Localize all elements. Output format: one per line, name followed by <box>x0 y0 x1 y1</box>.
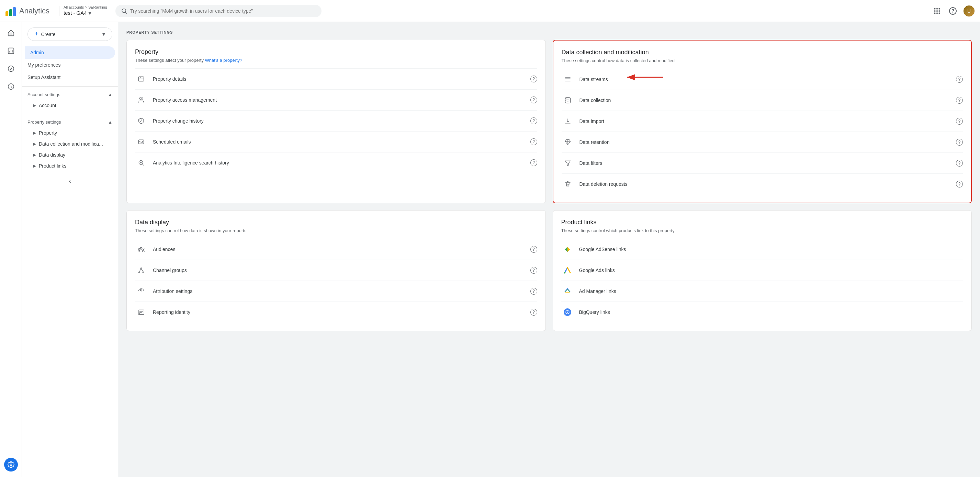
scheduled-emails-help-icon[interactable]: ? <box>530 138 537 145</box>
analytics-intelligence-help-icon[interactable]: ? <box>530 159 537 166</box>
sidebar-item-property[interactable]: ▶ Property <box>22 127 118 138</box>
google-ads-links-item[interactable]: Google Ads links <box>561 260 964 281</box>
property-access-item[interactable]: Property access management ? <box>135 89 537 110</box>
audiences-item[interactable]: Audiences ? <box>135 238 537 260</box>
svg-rect-20 <box>139 76 144 81</box>
data-filters-help-icon[interactable]: ? <box>956 160 963 167</box>
reporting-identity-item[interactable]: Reporting identity ? <box>135 302 537 323</box>
property-history-help-icon[interactable]: ? <box>530 118 537 124</box>
sidebar-item-account[interactable]: ▶ Account <box>22 100 118 111</box>
analytics-intelligence-label: Analytics Intelligence search history <box>153 160 530 165</box>
grid-icon[interactable] <box>932 6 942 16</box>
channel-groups-help-icon[interactable]: ? <box>530 267 537 274</box>
data-deletion-label: Data deletion requests <box>579 181 956 187</box>
data-import-icon <box>562 115 574 127</box>
help-icon[interactable] <box>948 6 958 16</box>
property-history-item[interactable]: Property change history ? <box>135 110 537 131</box>
bigquery-links-item[interactable]: BigQuery links <box>561 302 964 323</box>
ad-manager-links-item[interactable]: Ad Manager links <box>561 281 964 302</box>
search-wrap <box>115 5 321 17</box>
account-breadcrumb[interactable]: All accounts > SERanking test - GA4 ▾ <box>64 5 107 17</box>
property-settings-header[interactable]: Property settings ▲ <box>22 117 118 127</box>
channel-groups-item[interactable]: Channel groups ? <box>135 260 537 281</box>
svg-point-45 <box>138 248 140 249</box>
data-collection-help-icon[interactable]: ? <box>956 97 963 104</box>
account-selector[interactable]: test - GA4 ▾ <box>64 9 107 17</box>
bigquery-icon <box>561 306 574 318</box>
product-links-child-label: Product links <box>39 163 66 169</box>
sidebar-item-data-display[interactable]: ▶ Data display <box>22 149 118 161</box>
bigquery-links-label: BigQuery links <box>579 309 964 315</box>
data-collection-item[interactable]: Data collection ? <box>562 90 963 111</box>
data-import-item[interactable]: Data import ? <box>562 111 963 132</box>
scheduled-emails-item[interactable]: Scheduled emails ? <box>135 131 537 152</box>
product-links-card-title: Product links <box>561 219 964 226</box>
product-links-arrow-icon: ▶ <box>33 164 36 168</box>
channel-groups-icon <box>135 264 147 277</box>
data-collection-card-title: Data collection and modification <box>562 49 963 56</box>
create-button[interactable]: + Create ▾ <box>27 27 112 41</box>
whats-property-link[interactable]: What's a property? <box>205 58 242 63</box>
preferences-label: My preferences <box>27 62 60 68</box>
data-streams-help-icon[interactable]: ? <box>956 76 963 83</box>
data-filters-item[interactable]: Data filters ? <box>562 153 963 173</box>
data-filters-icon <box>562 157 574 169</box>
sidebar-item-setup[interactable]: Setup Assistant <box>22 71 118 83</box>
account-settings-label: Account settings <box>27 92 60 97</box>
nav-advertising[interactable] <box>3 78 19 95</box>
nav-home[interactable] <box>3 25 19 41</box>
analytics-intelligence-item[interactable]: Analytics Intelligence search history ? <box>135 152 537 173</box>
data-streams-item[interactable]: Data streams ? <box>562 69 963 90</box>
chevron-down-icon[interactable]: ▾ <box>88 9 91 17</box>
property-details-help-icon[interactable]: ? <box>530 76 537 83</box>
search-bar[interactable] <box>115 5 321 17</box>
data-retention-help-icon[interactable]: ? <box>956 139 963 146</box>
data-deletion-item[interactable]: Data deletion requests ? <box>562 173 963 194</box>
property-arrow-icon: ▶ <box>33 130 36 135</box>
user-avatar[interactable]: U <box>964 5 975 16</box>
sidebar-item-data-collection[interactable]: ▶ Data collection and modifica... <box>22 138 118 149</box>
property-card: Property These settings affect your prop… <box>126 40 546 203</box>
search-input[interactable] <box>130 8 316 14</box>
data-deletion-help-icon[interactable]: ? <box>956 181 963 188</box>
reporting-identity-help-icon[interactable]: ? <box>530 309 537 316</box>
property-details-item[interactable]: Property details ? <box>135 68 537 89</box>
search-icon <box>121 8 127 14</box>
main-content: PROPERTY SETTINGS Property These setting… <box>118 22 980 477</box>
sidebar-divider-1 <box>22 86 118 87</box>
svg-rect-10 <box>939 13 940 14</box>
data-collection-icon <box>562 94 574 107</box>
sidebar-collapse-icon[interactable]: ‹ <box>69 177 71 185</box>
adsense-icon <box>561 243 574 256</box>
data-collection-card-subtitle: These settings control how data is colle… <box>562 58 963 63</box>
sidebar-item-product-links[interactable]: ▶ Product links <box>22 161 118 172</box>
header-divider <box>59 6 59 16</box>
logo-bar-2 <box>9 9 12 16</box>
account-name: test - GA4 <box>64 10 87 16</box>
audiences-help-icon[interactable]: ? <box>530 246 537 253</box>
data-import-help-icon[interactable]: ? <box>956 118 963 125</box>
attribution-settings-help-icon[interactable]: ? <box>530 288 537 295</box>
data-retention-item[interactable]: Data retention ? <box>562 132 963 153</box>
sidebar-item-admin[interactable]: Admin <box>25 46 115 59</box>
account-settings-header[interactable]: Account settings ▲ <box>22 89 118 100</box>
svg-rect-26 <box>139 140 144 144</box>
sidebar-item-preferences[interactable]: My preferences <box>22 59 118 71</box>
red-arrow-annotation <box>624 72 665 82</box>
nav-explore[interactable] <box>3 60 19 77</box>
attribution-settings-item[interactable]: Attribution settings ? <box>135 281 537 302</box>
channel-groups-label: Channel groups <box>153 267 530 273</box>
nav-icons <box>0 22 22 477</box>
audiences-icon <box>135 243 147 256</box>
svg-point-47 <box>140 268 142 269</box>
adsense-links-item[interactable]: Google AdSense links <box>561 238 964 260</box>
nav-reports[interactable] <box>3 43 19 59</box>
account-settings-chevron: ▲ <box>108 92 112 97</box>
svg-line-1 <box>126 12 127 13</box>
header-right: U <box>932 5 975 16</box>
data-display-card: Data display These settings control how … <box>126 210 546 331</box>
settings-gear-icon[interactable] <box>4 458 18 472</box>
scheduled-emails-label: Scheduled emails <box>153 139 530 145</box>
property-access-icon <box>135 94 147 106</box>
property-access-help-icon[interactable]: ? <box>530 97 537 103</box>
